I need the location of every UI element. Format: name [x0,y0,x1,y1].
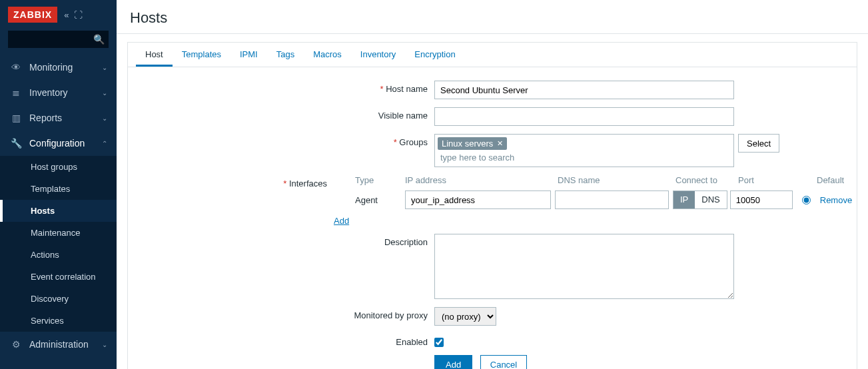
form-card: Host Templates IPMI Tags Macros Inventor… [127,42,857,369]
fullscreen-icon[interactable]: ⛶ [74,10,83,20]
select-groups-button[interactable]: Select [738,134,779,153]
tab-inventory[interactable]: Inventory [351,43,405,67]
col-default: Default [817,175,857,185]
tab-macros[interactable]: Macros [304,43,351,67]
chevron-down-icon: ⌄ [102,115,107,122]
main-content: Hosts Host Templates IPMI Tags Macros In… [117,0,868,369]
proxy-select[interactable]: (no proxy) [434,307,496,326]
nav-monitoring[interactable]: 👁 Monitoring ⌄ [0,55,117,80]
groups-label: * Groups [128,134,434,147]
gear-icon: ⚙ [9,339,23,350]
nav-administration[interactable]: ⚙ Administration ⌄ [0,332,117,357]
tab-templates[interactable]: Templates [173,43,230,67]
sub-actions[interactable]: Actions [0,244,117,266]
logo[interactable]: ZABBIX [8,7,57,23]
collapse-icon[interactable]: « [64,10,69,20]
iface-port-input[interactable] [730,190,793,209]
nav-label: Reports [29,113,102,123]
search-icon[interactable]: 🔍 [93,34,105,45]
chevron-down-icon: ⌄ [102,64,107,71]
add-button[interactable]: Add [434,355,472,369]
nav-inventory[interactable]: ≣ Inventory ⌄ [0,80,117,105]
configuration-submenu: Host groups Templates Hosts Maintenance … [0,156,117,332]
enabled-checkbox[interactable] [434,338,444,347]
sub-templates[interactable]: Templates [0,178,117,200]
tab-tags[interactable]: Tags [267,43,304,67]
groups-search-input[interactable] [438,150,731,164]
sub-event-correlation[interactable]: Event correlation [0,266,117,288]
proxy-label: Monitored by proxy [128,307,434,320]
group-chip: Linux servers ✕ [438,137,507,150]
description-textarea[interactable] [434,234,734,299]
chip-label: Linux servers [442,139,493,149]
chevron-down-icon: ⌄ [102,341,107,348]
default-radio[interactable] [802,196,811,204]
tabs: Host Templates IPMI Tags Macros Inventor… [128,43,857,67]
add-interface-link[interactable]: Add [334,216,349,226]
visiblename-label: Visible name [128,107,434,121]
wrench-icon: 🔧 [9,138,23,149]
tab-encryption[interactable]: Encryption [405,43,464,67]
eye-icon: 👁 [9,62,23,73]
seg-ip[interactable]: IP [673,191,695,208]
interface-row: Agent IP DNS Remove [355,190,857,209]
col-connect: Connect to [675,175,735,185]
sidebar-search: 🔍 [8,31,109,48]
nav-configuration[interactable]: 🔧 Configuration ⌃ [0,131,117,156]
sub-hosts[interactable]: Hosts [0,200,117,222]
interface-header: Type IP address DNS name Connect to Port… [355,175,857,190]
sub-services[interactable]: Services [0,310,117,332]
col-ip: IP address [405,175,554,185]
page-header: Hosts [117,0,868,34]
enabled-label: Enabled [128,334,434,347]
sidebar-header: ZABBIX « ⛶ [0,0,117,28]
sidebar: ZABBIX « ⛶ 🔍 👁 Monitoring ⌄ ≣ Inventory … [0,0,117,369]
interfaces-label: * Interfaces [128,175,334,188]
sub-host-groups[interactable]: Host groups [0,156,117,178]
tab-ipmi[interactable]: IPMI [230,43,267,67]
interfaces-block: Type IP address DNS name Connect to Port… [334,175,857,226]
visiblename-input[interactable] [434,107,734,126]
page-title: Hosts [130,9,855,27]
col-port: Port [738,175,805,185]
description-label: Description [128,234,434,247]
remove-chip-icon[interactable]: ✕ [497,139,503,148]
col-type: Type [355,175,405,185]
hostname-label: * Host name [128,81,434,94]
nav-label: Administration [29,339,102,350]
nav-label: Configuration [29,138,102,149]
chart-icon: ▥ [9,113,23,123]
iface-ip-input[interactable] [405,190,551,209]
remove-link[interactable]: Remove [820,195,852,205]
chevron-up-icon: ⌃ [102,140,107,147]
hostname-input[interactable] [434,81,734,99]
seg-dns[interactable]: DNS [695,191,726,208]
col-dns: DNS name [558,175,671,185]
connect-to-segment: IP DNS [673,190,727,209]
nav-label: Monitoring [29,62,102,73]
list-icon: ≣ [9,87,23,98]
iface-type: Agent [355,195,405,205]
sub-discovery[interactable]: Discovery [0,288,117,310]
nav-label: Inventory [29,87,102,98]
tab-host[interactable]: Host [136,43,173,67]
sub-maintenance[interactable]: Maintenance [0,222,117,244]
nav-reports[interactable]: ▥ Reports ⌄ [0,105,117,131]
groups-multiselect[interactable]: Linux servers ✕ [434,134,734,167]
chevron-down-icon: ⌄ [102,89,107,97]
cancel-button[interactable]: Cancel [480,355,527,369]
iface-dns-input[interactable] [555,190,669,209]
